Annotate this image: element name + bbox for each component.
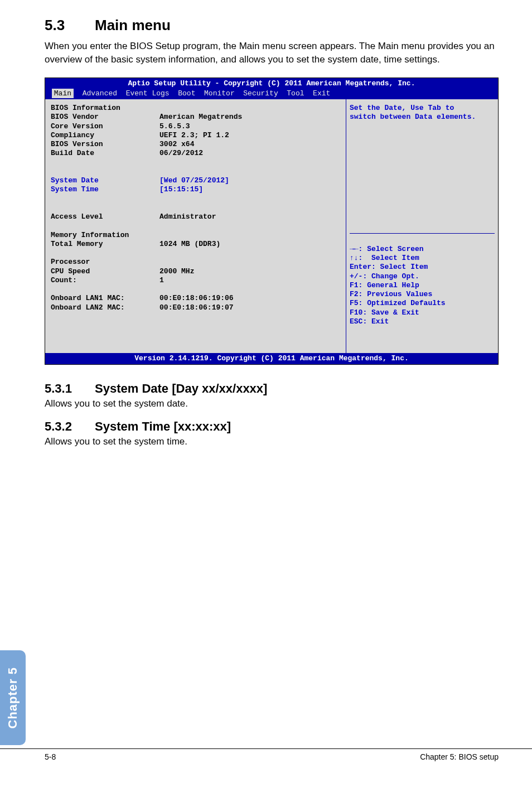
bios-help-panel: Set the Date, Use Tab to switch between …	[346, 99, 498, 353]
bios-line: Access Level Administrator	[51, 212, 216, 221]
bios-help-line: switch between Data elements.	[350, 113, 476, 121]
intro-paragraph: When you enter the BIOS Setup program, t…	[45, 40, 499, 66]
bios-nav-line: ESC: Exit	[350, 317, 389, 326]
bios-line: Onboard LAN1 MAC: 00:E0:18:06:19:06	[51, 294, 234, 302]
bios-line: Build Date 06/29/2012	[51, 149, 203, 157]
bios-help-line: Set the Date, Use Tab to	[350, 104, 454, 112]
subsection-text-1: Allows you to set the system date.	[45, 398, 499, 409]
chapter-side-tab-label: Chapter 5	[6, 667, 20, 728]
bios-system-time-value: [15:15:15]	[99, 185, 203, 194]
bios-nav-line: Enter: Select Item	[350, 263, 428, 271]
bios-menubar: Main Advanced Event Logs Boot Monitor Se…	[45, 89, 498, 99]
page-footer: 5-8 Chapter 5: BIOS setup	[0, 748, 532, 769]
bios-titlebar: Aptio Setup Utility - Copyright (C) 2011…	[45, 78, 498, 89]
bios-line: Onboard LAN2 MAC: 00:E0:18:06:19:07	[51, 303, 234, 312]
section-title-text: Main menu	[95, 17, 171, 33]
chapter-side-tab: Chapter 5	[0, 650, 26, 745]
bios-nav-line: +/-: Change Opt.	[350, 272, 419, 281]
subsection-title: System Date [Day xx/xx/xxxx]	[95, 381, 267, 395]
bios-nav-line: F2: Previous Values	[350, 290, 432, 298]
bios-line: BIOS Version 3002 x64	[51, 140, 194, 148]
bios-line: BIOS Information	[51, 104, 120, 112]
bios-line: Count: 1	[51, 276, 164, 284]
bios-nav-line: ↑↓: Select Item	[350, 254, 419, 262]
bios-menu-main: Main	[52, 89, 74, 98]
bios-nav-line: →←: Select Screen	[350, 245, 424, 253]
bios-system-date-label: System Date	[51, 176, 99, 185]
bios-nav-line: F10: Save & Exit	[350, 308, 419, 317]
section-heading: 5.3Main menu	[45, 17, 499, 34]
subsection-number: 5.3.1	[45, 381, 95, 396]
page-number: 5-8	[45, 752, 56, 761]
bios-nav-line: F5: Optimized Defaults	[350, 299, 446, 307]
section-number: 5.3	[45, 17, 95, 34]
subsection-title: System Time [xx:xx:xx]	[95, 419, 231, 433]
bios-line: CPU Speed 2000 MHz	[51, 267, 194, 276]
page-footer-title: Chapter 5: BIOS setup	[420, 752, 499, 761]
subsection-heading-1: 5.3.1System Date [Day xx/xx/xxxx]	[45, 381, 499, 396]
bios-line: Processor	[51, 258, 90, 266]
subsection-number: 5.3.2	[45, 419, 95, 434]
bios-system-date-value: [Wed 07/25/2012]	[99, 176, 229, 185]
bios-footer: Version 2.14.1219. Copyright (C) 2011 Am…	[45, 353, 498, 364]
bios-help-divider	[350, 233, 495, 234]
bios-line: Memory Information	[51, 231, 129, 239]
bios-screenshot: Aptio Setup Utility - Copyright (C) 2011…	[45, 78, 499, 365]
bios-line: BIOS Vendor American Megatrends	[51, 113, 242, 121]
bios-line: Compliancy UEFI 2.3; PI 1.2	[51, 131, 229, 139]
bios-main-panel: BIOS Information BIOS Vendor American Me…	[45, 99, 346, 353]
bios-menu-rest: Advanced Event Logs Boot Monitor Securit…	[74, 89, 330, 98]
bios-line: Core Version 5.6.5.3	[51, 122, 190, 131]
subsection-heading-2: 5.3.2System Time [xx:xx:xx]	[45, 419, 499, 434]
bios-system-time-label: System Time	[51, 185, 99, 194]
subsection-text-2: Allows you to set the system time.	[45, 436, 499, 447]
bios-nav-line: F1: General Help	[350, 281, 419, 289]
bios-line: Total Memory 1024 MB (DDR3)	[51, 240, 220, 248]
